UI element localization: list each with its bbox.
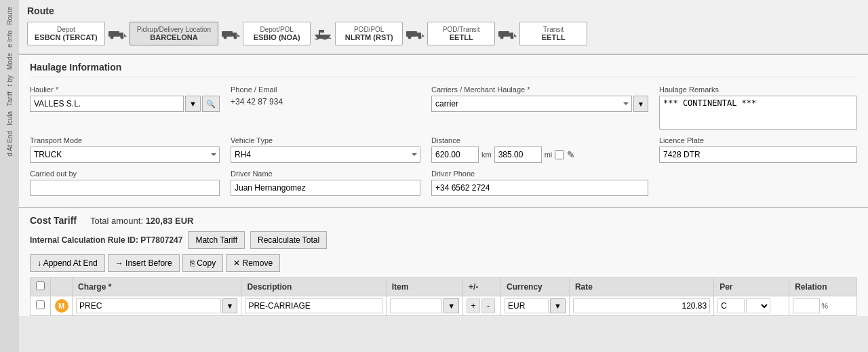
driver-phone-input[interactable] (431, 180, 648, 196)
transport-select[interactable]: TRUCK (30, 146, 220, 163)
row-plus-minus-cell: + - (463, 296, 501, 316)
toolbar-row: ↓ Append At End → Insert Before ⎘ Copy ✕… (30, 254, 857, 272)
svg-marker-9 (237, 34, 240, 37)
pickup-label: Pickup/Delivery Location (137, 26, 212, 33)
route-stop-depot-pol[interactable]: Depot/POL ESBIO (NOA) (243, 22, 311, 45)
sidebar-tariff-label[interactable]: Tariff (6, 92, 14, 106)
licence-input[interactable] (659, 146, 857, 163)
distance-inputs: km mi ✎ (431, 146, 648, 163)
currency-dropdown-btn[interactable]: ▼ (550, 298, 566, 313)
driver-phone-group: Driver Phone (431, 170, 648, 196)
tariff-table: Charge * Description Item +/- Currency R… (30, 277, 857, 316)
distance-checkbox[interactable] (555, 150, 564, 159)
row-currency-cell: ▼ (501, 296, 570, 316)
rate-input[interactable] (573, 298, 710, 313)
route-stop-pod-pol[interactable]: POD/POL NLRTM (RST) (335, 22, 403, 45)
depot-label: Depot (57, 26, 75, 33)
svg-rect-12 (406, 31, 417, 37)
haulier-input[interactable] (30, 96, 184, 112)
sidebar-calc-label[interactable]: lcula (6, 111, 14, 125)
distance-group: Distance km mi ✎ (431, 136, 648, 163)
carriers-group: Carriers / Merchant Haulage * carrier ▼ (431, 85, 648, 130)
recalculate-btn[interactable]: Recalculate Total (250, 231, 327, 249)
minus-btn[interactable]: - (481, 298, 495, 313)
svg-marker-16 (422, 34, 425, 37)
per-value-input[interactable] (717, 298, 745, 313)
carried-input[interactable] (30, 180, 220, 196)
pod-pol-code: NLRTM (RST) (345, 33, 393, 41)
page-wrapper: Route e Info Mode t by Tariff lcula d At… (0, 0, 868, 352)
phone-label: Phone / Email (231, 85, 420, 94)
distance-label: Distance (431, 136, 648, 144)
svg-point-15 (418, 35, 422, 39)
phone-group: Phone / Email +34 42 87 934 (231, 85, 420, 130)
sidebar-append-label[interactable]: d At End (6, 131, 14, 157)
remarks-textarea[interactable]: *** CONTINENTAL *** (659, 96, 857, 130)
sidebar-by-label[interactable]: t by (6, 75, 14, 86)
th-plus-minus: +/- (463, 278, 501, 296)
currency-input[interactable] (505, 298, 549, 313)
haulier-dropdown-btn[interactable]: ▼ (185, 96, 201, 112)
remove-btn[interactable]: ✕ Remove (226, 254, 280, 272)
sidebar-info-label[interactable]: e Info (6, 31, 14, 47)
depot-code: ESBCN (TERCAT) (35, 33, 98, 41)
driver-name-input[interactable] (231, 180, 420, 196)
calc-rule-id: Internal Calculation Rule ID: PT7807247 (30, 235, 182, 245)
row-checkbox[interactable] (36, 300, 45, 309)
route-stop-depot[interactable]: Depot ESBCN (TERCAT) (27, 22, 105, 45)
phone-value: +34 42 87 934 (231, 96, 420, 108)
pod-transit-code: EETLL (450, 33, 473, 41)
haulier-group: Haulier * ▼ 🔍 (30, 85, 220, 130)
distance-edit-icon[interactable]: ✎ (567, 149, 575, 160)
plus-btn[interactable]: + (467, 298, 480, 313)
copy-btn[interactable]: ⎘ Copy (182, 254, 223, 272)
arrow-truck-2 (221, 28, 240, 40)
description-input[interactable] (245, 298, 382, 313)
transport-group: Transport Mode TRUCK (30, 136, 220, 163)
m-badge: M (55, 299, 68, 313)
sidebar-route-label[interactable]: Route (6, 7, 14, 25)
sidebar-mode-label[interactable]: Mode (6, 53, 14, 70)
cost-title: Cost Tariff (30, 215, 77, 226)
item-dropdown-btn[interactable]: ▼ (443, 298, 459, 313)
left-sidebar: Route e Info Mode t by Tariff lcula d At… (0, 0, 19, 352)
th-currency: Currency (501, 278, 570, 296)
carriers-dropdown-btn[interactable]: ▼ (633, 96, 648, 112)
route-stop-pickup[interactable]: Pickup/Delivery Location BARCELONA (130, 22, 219, 45)
distance-km-input[interactable] (431, 146, 479, 163)
append-btn[interactable]: ↓ Append At End (30, 254, 105, 272)
distance-mi-input[interactable] (494, 146, 542, 163)
match-tariff-btn[interactable]: Match Tariff (188, 231, 245, 249)
th-item: Item (386, 278, 462, 296)
route-title: Route (27, 5, 860, 16)
svg-point-14 (408, 35, 412, 39)
route-stop-transit[interactable]: Transit EETLL (519, 22, 587, 45)
cost-section: Cost Tariff Total amount: 120,83 EUR Int… (19, 208, 868, 316)
th-charge: Charge * (73, 278, 241, 296)
item-input[interactable] (390, 298, 442, 313)
th-rate: Rate (569, 278, 713, 296)
haulage-section: Haulage Information Haulier * ▼ 🔍 Phone … (19, 55, 868, 208)
select-all-checkbox[interactable] (36, 281, 45, 290)
relation-input[interactable] (793, 298, 820, 313)
svg-point-2 (110, 35, 113, 39)
route-stop-pod-transit[interactable]: POD/Transit EETLL (427, 22, 495, 45)
remarks-label: Haulage Remarks (659, 85, 857, 94)
carriers-select[interactable]: carrier (431, 96, 632, 112)
row-description-cell (241, 296, 386, 316)
svg-rect-5 (222, 31, 233, 37)
insert-before-btn[interactable]: → Insert Before (108, 254, 180, 272)
vehicle-select[interactable]: RH4 (231, 146, 420, 163)
haulage-row2: Transport Mode TRUCK Vehicle Type RH4 Di… (30, 136, 857, 163)
per-select[interactable] (746, 298, 770, 313)
mi-unit: mi (545, 151, 553, 159)
vehicle-group: Vehicle Type RH4 (231, 136, 420, 163)
route-section: Route Depot ESBCN (TERCAT) (19, 0, 868, 54)
depot-pol-label: Depot/POL (260, 26, 293, 33)
charge-dropdown-btn[interactable]: ▼ (222, 298, 238, 313)
charge-code-input[interactable] (76, 298, 221, 313)
table-header-row: Charge * Description Item +/- Currency R… (31, 278, 857, 296)
cost-header: Cost Tariff Total amount: 120,83 EUR (30, 215, 857, 226)
driver-name-group: Driver Name (231, 170, 420, 196)
haulier-search-btn[interactable]: 🔍 (202, 96, 220, 112)
